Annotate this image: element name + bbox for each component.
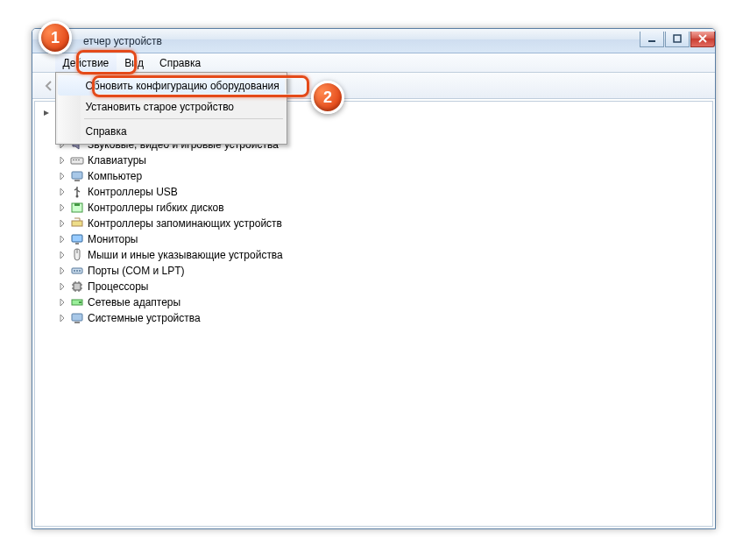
keyboard-icon [70,153,84,167]
tree-item-label: Клавиатуры [88,154,146,167]
svg-rect-17 [75,243,79,245]
system-device-icon [70,311,84,325]
expander-icon[interactable] [58,251,67,259]
computer-icon [70,169,84,183]
svg-rect-27 [74,322,80,323]
tree-item-label: Порты (COM и LPT) [88,265,185,277]
tree-item[interactable]: Мыши и иные указывающие устройства [42,247,705,263]
svg-rect-9 [78,159,80,160]
window-title: етчер устройств [83,35,162,47]
svg-rect-11 [74,180,80,181]
menuitem-help[interactable]: Справка [58,121,285,141]
tree-item-label: Мониторы [88,233,138,245]
menuitem-help-label: Справка [86,125,127,138]
expander-icon[interactable] [58,266,67,275]
expander-icon[interactable] [58,298,67,307]
minimize-icon [647,34,656,43]
svg-rect-10 [72,172,82,179]
action-dropdown: Обновить конфигурацию оборудования Устан… [55,72,287,145]
tree-item[interactable]: Компьютер [42,168,705,184]
tree-item-label: Мыши и иные указывающие устройства [88,249,283,261]
menubar: Файл Действие Обновить конфигурацию обор… [32,53,715,73]
svg-rect-1 [674,35,681,42]
tree-item-label: Процессоры [88,280,149,293]
tree-item-label: Компьютер [88,170,142,182]
expander-icon[interactable] [58,282,67,291]
expander-icon[interactable] [58,156,67,165]
expander-icon[interactable] [58,172,67,181]
tree-panel: Дисковые устройства Звуковые, видео и иг… [34,101,713,527]
tree-item[interactable]: Системные устройства [42,310,705,326]
arrow-left-icon [43,80,55,92]
tree-item[interactable]: Контроллеры запоминающих устройств [42,216,705,231]
svg-point-21 [76,270,78,272]
menu-view-label: Вид [124,57,144,69]
menu-view[interactable]: Вид [117,53,152,72]
menu-help-label: Справка [159,57,201,69]
tree-item[interactable]: Мониторы [42,231,705,247]
monitor-icon [70,232,84,246]
expander-icon[interactable] [58,188,67,196]
svg-rect-16 [72,235,82,242]
svg-point-20 [74,270,75,272]
expander-icon[interactable] [58,235,67,244]
svg-rect-26 [72,314,82,321]
floppy-controller-icon [70,201,84,215]
expander-open-icon[interactable] [42,109,51,117]
port-icon [70,264,84,278]
dropdown-separator [84,118,283,119]
close-icon [698,34,707,43]
tree-item-label: Контроллеры USB [88,186,178,198]
svg-rect-15 [72,221,82,226]
svg-rect-25 [79,301,81,303]
svg-rect-14 [74,203,80,206]
menuitem-scan-hardware[interactable]: Обновить конфигурацию оборудования [58,75,285,96]
svg-point-22 [79,270,81,272]
minimize-button[interactable] [640,32,664,47]
callout-2: 2 [311,81,344,114]
close-button[interactable] [690,32,715,47]
titlebar[interactable]: етчер устройств [32,29,715,53]
mouse-icon [70,248,84,262]
maximize-button[interactable] [665,32,690,47]
device-manager-window: етчер устройств Файл Действие Обновить к… [32,28,716,529]
maximize-icon [673,34,682,43]
tree-item[interactable]: Порты (COM и LPT) [42,263,705,279]
network-icon [70,295,84,309]
tree-item-label: Контроллеры запоминающих устройств [88,217,282,230]
expander-icon[interactable] [58,314,67,323]
svg-point-12 [76,195,79,198]
cpu-icon [70,280,84,294]
menuitem-add-legacy[interactable]: Установить старое устройство [58,96,285,117]
expander-icon[interactable] [58,219,67,228]
tree-item[interactable]: Клавиатуры [42,152,705,168]
expander-icon[interactable] [58,203,67,212]
menu-action[interactable]: Действие Обновить конфигурацию оборудова… [55,53,117,72]
tree-item[interactable]: Контроллеры гибких дисков [42,200,705,216]
menuitem-legacy-label: Установить старое устройство [86,101,235,113]
tree-item[interactable]: Контроллеры USB [42,184,705,200]
menuitem-scan-label: Обновить конфигурацию оборудования [86,80,279,92]
storage-controller-icon [70,216,84,230]
svg-rect-0 [648,40,655,42]
tree-item[interactable]: Процессоры [42,279,705,294]
tree-item[interactable]: Сетевые адаптеры [42,294,705,310]
menu-action-label: Действие [63,57,110,69]
svg-rect-6 [71,158,83,164]
callout-1: 1 [39,21,72,54]
svg-rect-8 [75,159,77,160]
svg-rect-7 [73,159,74,160]
tree-item-label: Контроллеры гибких дисков [88,202,224,214]
svg-rect-23 [74,283,81,290]
tree-item-label: Системные устройства [88,312,201,324]
usb-icon [70,185,84,199]
tree-item-label: Сетевые адаптеры [88,296,180,308]
menu-help[interactable]: Справка [152,53,209,72]
